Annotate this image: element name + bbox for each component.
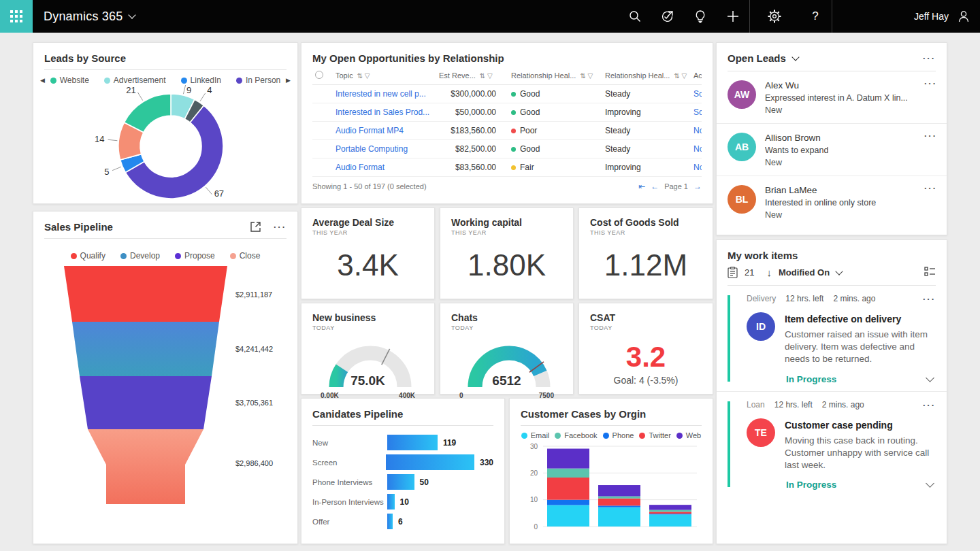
- chevron-down-icon[interactable]: [835, 267, 843, 275]
- app-title[interactable]: Dynamics 365: [44, 10, 135, 24]
- record-link[interactable]: Audio Format: [336, 163, 385, 172]
- more-options-button[interactable]: ···: [274, 222, 287, 232]
- new-record-button[interactable]: [717, 0, 749, 33]
- candidates-bar-chart[interactable]: New119Screen330Phone Interviews50In-Pers…: [301, 426, 504, 531]
- stack-segment-phone[interactable]: [547, 500, 589, 505]
- task-checker-button[interactable]: [651, 0, 684, 33]
- table-row[interactable]: Audio Format MP4$183,560.00PoorSteadyNor…: [312, 122, 702, 140]
- more-options-button[interactable]: ···: [923, 294, 936, 304]
- column-header[interactable]: Relationship Heal...⇅ ▽: [508, 67, 602, 85]
- legend-scroll-right-icon[interactable]: ▶: [286, 77, 291, 84]
- chevron-down-icon[interactable]: [926, 479, 934, 488]
- cases-legend-item[interactable]: Twitter: [639, 431, 670, 439]
- column-header[interactable]: Topic⇅ ▽: [333, 67, 436, 85]
- record-link[interactable]: Northwind Trad...: [693, 144, 702, 154]
- more-options-button[interactable]: ···: [924, 78, 937, 88]
- candidate-bar-row[interactable]: Phone Interviews50: [301, 472, 504, 492]
- record-link[interactable]: Northwind Trad...: [693, 163, 702, 172]
- leads-donut-chart[interactable]: 946751421: [33, 85, 297, 199]
- table-row[interactable]: Audio Format$83,560.00FairImprovingNorth…: [312, 158, 702, 177]
- stack-segment-email[interactable]: [649, 514, 691, 527]
- work-item[interactable]: Loan12 hrs. left2 mins. ago···TECustomer…: [717, 392, 947, 497]
- stack-segment-phone[interactable]: [598, 505, 640, 507]
- record-link[interactable]: Interested in Sales Prod...: [336, 107, 429, 117]
- table-row[interactable]: Portable Computing$82,500.00GoodSteadyNo…: [312, 140, 702, 158]
- stack-segment-facebook[interactable]: [547, 469, 589, 478]
- record-link[interactable]: Portable Computing: [336, 144, 408, 154]
- record-link[interactable]: Audio Format MP4: [336, 126, 404, 135]
- lead-list-item[interactable]: ABAllison BrownWants to expandNew···: [717, 124, 947, 176]
- cases-legend-item[interactable]: Phone: [603, 431, 634, 439]
- chevron-down-icon[interactable]: [926, 373, 934, 382]
- funnel-legend-item[interactable]: Qualify: [71, 251, 105, 261]
- sort-field-label[interactable]: Modified On: [779, 267, 830, 278]
- first-page-icon[interactable]: ⇤: [638, 182, 645, 191]
- select-all-checkbox[interactable]: [312, 67, 333, 85]
- funnel-stage-qualify[interactable]: [64, 266, 227, 322]
- popout-icon[interactable]: [250, 221, 261, 233]
- funnel-stage-propose[interactable]: [80, 376, 212, 429]
- more-options-button[interactable]: ···: [923, 400, 936, 410]
- work-item[interactable]: Delivery12 hrs. left2 mins. ago···IDItem…: [717, 286, 947, 392]
- leads-legend-item[interactable]: Advertisement: [104, 76, 166, 85]
- previous-page-icon[interactable]: ←: [651, 182, 659, 191]
- stack-segment-email[interactable]: [547, 505, 589, 527]
- insights-button[interactable]: [684, 0, 717, 33]
- stack-segment-twitter[interactable]: [598, 499, 640, 506]
- more-options-button[interactable]: ···: [924, 131, 937, 141]
- record-link[interactable]: School of Fine Art: [693, 89, 702, 99]
- sales-funnel-chart[interactable]: $2,911,187$4,241,442$3,705,361$2,986,400: [33, 265, 297, 505]
- column-header[interactable]: Est Reve...⇅ ▽: [436, 67, 508, 85]
- lead-list-item[interactable]: AWAlex WuExpressed interest in A. Datum …: [717, 71, 947, 124]
- table-row[interactable]: Interested in Sales Prod...$50,000.00Goo…: [312, 103, 702, 122]
- new-business-gauge[interactable]: 75.0K0.00K400K: [312, 333, 423, 398]
- funnel-stage-close[interactable]: [88, 429, 203, 504]
- cases-stacked-chart[interactable]: 0102030: [510, 441, 713, 536]
- cases-legend-item[interactable]: Web: [676, 431, 701, 439]
- search-button[interactable]: [619, 0, 651, 33]
- column-header[interactable]: Relationship Heal...⇅ ▽: [602, 67, 691, 85]
- help-button[interactable]: ?: [799, 0, 832, 33]
- record-link[interactable]: School of Fine Art: [693, 107, 702, 117]
- legend-scroll-left-icon[interactable]: ◀: [40, 77, 45, 84]
- candidate-bar-row[interactable]: Offer6: [301, 512, 504, 531]
- next-page-icon[interactable]: →: [693, 182, 702, 191]
- record-link[interactable]: Northwind Trad...: [693, 126, 702, 135]
- leads-legend-item[interactable]: LinkedIn: [181, 76, 221, 85]
- stack-segment-web[interactable]: [649, 505, 691, 510]
- stack-segment-web[interactable]: [598, 485, 640, 497]
- stack-segment-phone[interactable]: [649, 514, 691, 514]
- cases-legend-item[interactable]: Facebook: [555, 431, 597, 439]
- stack-segment-facebook[interactable]: [598, 497, 640, 499]
- cases-legend-item[interactable]: Email: [521, 431, 550, 439]
- lead-list-item[interactable]: BLBrian LaMeeInterested in online only s…: [717, 176, 947, 228]
- sort-descending-icon[interactable]: ↓: [766, 267, 772, 278]
- funnel-legend-item[interactable]: Develop: [120, 251, 160, 261]
- stack-segment-facebook[interactable]: [649, 510, 691, 512]
- stack-segment-twitter[interactable]: [649, 512, 691, 514]
- more-options-button[interactable]: ···: [923, 53, 936, 63]
- chevron-down-icon[interactable]: [791, 53, 799, 61]
- stack-segment-email[interactable]: [598, 507, 640, 527]
- stack-segment-web[interactable]: [547, 449, 589, 469]
- stack-segment-twitter[interactable]: [547, 478, 589, 500]
- leads-legend-item[interactable]: Website: [50, 76, 89, 85]
- more-options-button[interactable]: ···: [924, 183, 937, 193]
- donut-slice-Website[interactable]: [124, 94, 171, 133]
- column-header[interactable]: Account⇅ ▽: [691, 67, 702, 85]
- status-dropdown[interactable]: In Progress: [786, 480, 836, 490]
- view-switcher-button[interactable]: [924, 267, 936, 278]
- chats-gauge[interactable]: 651207500: [451, 333, 562, 398]
- table-row[interactable]: Interested in new cell p...$300,000.00Go…: [312, 85, 702, 103]
- app-launcher-waffle-icon[interactable]: [0, 0, 33, 33]
- funnel-legend-item[interactable]: Propose: [175, 251, 215, 261]
- candidate-bar-row[interactable]: New119: [301, 433, 504, 452]
- user-menu[interactable]: Jeff Hay: [832, 10, 980, 23]
- record-link[interactable]: Interested in new cell p...: [336, 89, 426, 99]
- funnel-stage-develop[interactable]: [72, 322, 219, 376]
- settings-button[interactable]: [758, 0, 791, 33]
- status-dropdown[interactable]: In Progress: [786, 374, 836, 384]
- candidate-bar-row[interactable]: In-Person Interviews10: [301, 492, 504, 512]
- candidate-bar-row[interactable]: Screen330: [301, 452, 504, 472]
- funnel-legend-item[interactable]: Close: [230, 251, 261, 261]
